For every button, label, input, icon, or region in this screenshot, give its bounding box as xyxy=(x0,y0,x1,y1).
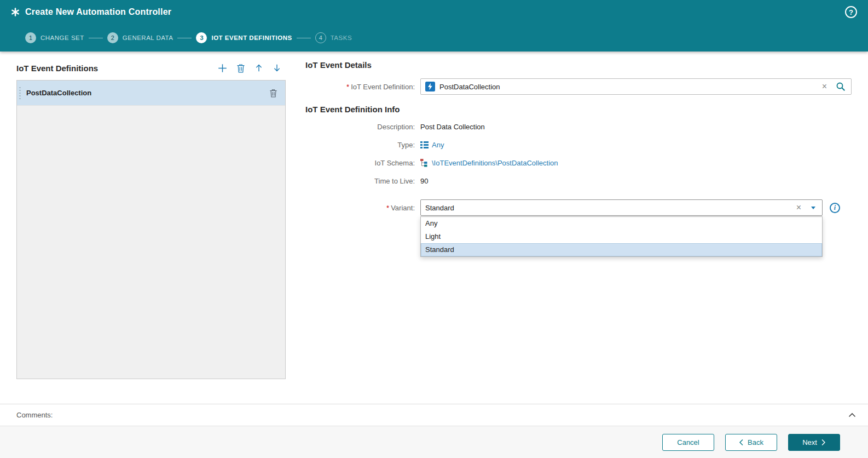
move-up-button[interactable] xyxy=(254,64,263,72)
info-section-title: IoT Event Definition Info xyxy=(305,105,852,114)
left-panel-title: IoT Event Definitions xyxy=(16,64,98,73)
description-value: Post Data Collection xyxy=(420,123,485,131)
list-item-postdatacollection[interactable]: PostDataCollection xyxy=(17,81,285,106)
iot-event-details-panel: IoT Event Details *IoT Event Definition:… xyxy=(305,60,852,404)
step-4-label: TASKS xyxy=(331,35,352,41)
required-asterisk: * xyxy=(386,204,389,212)
search-definition-button[interactable] xyxy=(832,82,848,91)
chevron-right-icon xyxy=(821,439,826,446)
create-automation-controller-dialog: Create New Automation Controller ? 1 CHA… xyxy=(0,0,868,458)
description-row: Description: Post Data Collection xyxy=(305,121,852,132)
step-connector xyxy=(297,38,311,38)
arrow-down-icon xyxy=(273,64,281,72)
step-connector xyxy=(89,38,103,38)
schema-icon xyxy=(420,159,429,167)
step-1-label: CHANGE SET xyxy=(40,35,84,41)
step-iot-event-definitions[interactable]: 3 IOT EVENT DEFINITIONS xyxy=(196,32,292,43)
step-general-data[interactable]: 2 GENERAL DATA xyxy=(107,32,173,43)
chevron-up-icon xyxy=(848,412,856,418)
step-2-number: 2 xyxy=(107,32,118,43)
clear-variant-button[interactable]: × xyxy=(791,203,807,212)
drag-handle-icon[interactable] xyxy=(19,87,21,100)
schema-label: IoT Schema: xyxy=(305,159,415,167)
main-content: IoT Event Definitions xyxy=(0,51,868,404)
comments-section: Comments: xyxy=(0,404,868,426)
variant-combobox[interactable]: × xyxy=(420,199,823,216)
cancel-button[interactable]: Cancel xyxy=(662,434,714,451)
type-label: Type: xyxy=(305,141,415,149)
step-3-number: 3 xyxy=(196,32,207,43)
page-title: Create New Automation Controller xyxy=(25,7,845,17)
variant-option-standard[interactable]: Standard xyxy=(421,243,822,256)
step-1-number: 1 xyxy=(25,32,36,43)
definition-label: *IoT Event Definition: xyxy=(305,83,415,91)
trash-icon xyxy=(236,64,245,73)
type-link[interactable]: Any xyxy=(432,141,444,149)
variant-info-icon[interactable]: i xyxy=(830,203,840,213)
step-4-number: 4 xyxy=(315,32,326,43)
list-toolbar xyxy=(218,64,281,73)
delete-event-definition-button[interactable] xyxy=(236,64,245,73)
clear-definition-button[interactable]: × xyxy=(817,82,832,91)
variant-dropdown-toggle[interactable] xyxy=(807,207,819,209)
trash-icon xyxy=(269,89,277,98)
automation-controller-icon xyxy=(11,8,20,16)
header-title-row: Create New Automation Controller ? xyxy=(0,0,868,24)
variant-dropdown-list: Any Light Standard xyxy=(420,216,823,257)
step-connector xyxy=(177,38,192,38)
type-icon xyxy=(420,141,429,148)
description-label: Description: xyxy=(305,123,415,131)
variant-label: *Variant: xyxy=(305,204,415,212)
arrow-up-icon xyxy=(254,64,263,72)
step-tasks[interactable]: 4 TASKS xyxy=(315,32,352,43)
variant-option-any[interactable]: Any xyxy=(421,217,822,230)
step-3-label: IOT EVENT DEFINITIONS xyxy=(211,35,292,41)
step-2-label: GENERAL DATA xyxy=(123,35,173,41)
definition-combobox: × xyxy=(420,78,852,95)
step-change-set[interactable]: 1 CHANGE SET xyxy=(25,32,84,43)
iot-event-definition-icon xyxy=(425,82,435,91)
help-icon[interactable]: ? xyxy=(845,6,857,18)
variant-row: *Variant: × Any Light Standard xyxy=(305,199,852,216)
time-to-live-label: Time to Live: xyxy=(305,177,415,185)
required-asterisk: * xyxy=(346,83,349,91)
footer-bar: Cancel Back Next xyxy=(0,426,868,458)
row-delete-button[interactable] xyxy=(269,89,277,98)
left-panel-header: IoT Event Definitions xyxy=(16,60,286,76)
time-to-live-row: Time to Live: 90 xyxy=(305,175,852,186)
details-title: IoT Event Details xyxy=(305,60,852,70)
variant-field: × Any Light Standard xyxy=(420,199,823,216)
event-definitions-list[interactable]: PostDataCollection xyxy=(16,80,286,379)
next-button[interactable]: Next xyxy=(788,434,840,451)
wizard-progress: 1 CHANGE SET 2 GENERAL DATA 3 IOT EVENT … xyxy=(0,24,868,51)
move-down-button[interactable] xyxy=(273,64,281,72)
time-to-live-value: 90 xyxy=(420,177,428,185)
definition-row: *IoT Event Definition: × xyxy=(305,78,852,95)
chevron-left-icon xyxy=(739,439,744,446)
comments-label: Comments: xyxy=(16,411,53,419)
variant-option-light[interactable]: Light xyxy=(421,230,822,243)
type-row: Type: Any xyxy=(305,139,852,150)
plus-icon xyxy=(218,64,227,73)
schema-row: IoT Schema: \IoTEventDefinitions\PostDat… xyxy=(305,157,852,168)
schema-link[interactable]: \IoTEventDefinitions\PostDataCollection xyxy=(432,159,558,167)
back-button[interactable]: Back xyxy=(725,434,777,451)
definition-input[interactable] xyxy=(439,83,817,91)
search-icon xyxy=(836,82,846,91)
iot-event-definitions-panel: IoT Event Definitions xyxy=(16,60,286,404)
dialog-header: Create New Automation Controller ? 1 CHA… xyxy=(0,0,868,51)
add-event-definition-button[interactable] xyxy=(218,64,227,73)
comments-collapse-button[interactable] xyxy=(848,412,856,418)
variant-input[interactable] xyxy=(425,204,791,212)
event-definition-name: PostDataCollection xyxy=(26,89,269,97)
chevron-down-icon xyxy=(811,207,815,209)
